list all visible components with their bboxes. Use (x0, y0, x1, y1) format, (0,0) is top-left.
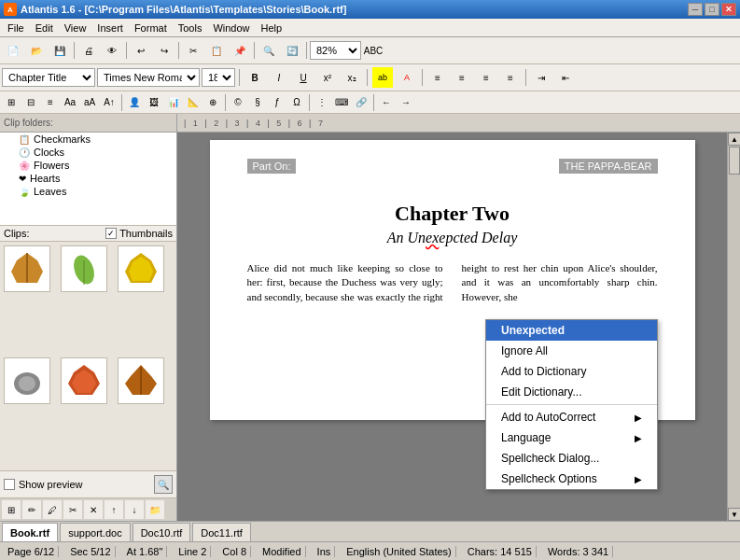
tb-btn-15[interactable]: Ω (287, 93, 306, 112)
thumbnails-checkbox[interactable]: ✓ (105, 228, 117, 239)
clip-item-5[interactable] (61, 357, 107, 404)
tb-btn-7[interactable]: 👤 (125, 93, 144, 112)
clip-item-6[interactable] (118, 357, 164, 404)
tab-support-doc[interactable]: support.doc (60, 523, 130, 541)
tab-book-rtf[interactable]: Book.rtf (2, 523, 58, 541)
new-button[interactable]: 📄 (3, 40, 23, 61)
outdent-button[interactable]: ⇤ (555, 67, 576, 88)
clip-item-1[interactable] (4, 245, 50, 292)
tree-item-flowers[interactable]: 🌸 Flowers (0, 159, 176, 172)
tree-item-leaves[interactable]: 🍃 Leaves (0, 185, 176, 198)
print-button[interactable]: 🖨 (78, 40, 99, 61)
tb-btn-17[interactable]: ⌨ (332, 93, 351, 112)
tb-btn-3[interactable]: ≡ (41, 93, 60, 112)
tb-btn-9[interactable]: 📊 (164, 93, 183, 112)
sb-btn-4[interactable]: ✂ (63, 500, 82, 519)
clip-item-2[interactable] (61, 245, 107, 292)
scroll-up-btn[interactable]: ▲ (728, 133, 740, 146)
menu-file[interactable]: File (2, 21, 30, 35)
align-center-button[interactable]: ≡ (452, 67, 472, 88)
thumbnails-checkbox-label[interactable]: ✓ Thumbnails (105, 228, 173, 239)
tb-btn-13[interactable]: § (248, 93, 267, 112)
ctx-item-add-to-dict[interactable]: Add to Dictionary (486, 361, 657, 382)
tree-item-hearts[interactable]: ❤ Hearts (0, 172, 176, 185)
tab-doc10[interactable]: Doc10.rtf (133, 523, 191, 541)
tb-btn-5[interactable]: aA (80, 93, 99, 112)
tb-btn-19[interactable]: ← (377, 93, 396, 112)
tb-btn-18[interactable]: 🔗 (352, 93, 370, 112)
tree-item-checkmarks[interactable]: 📋 Checkmarks (0, 133, 176, 146)
ctx-item-ignore-all[interactable]: Ignore All (486, 341, 657, 361)
scroll-down-btn[interactable]: ▼ (728, 508, 740, 521)
menu-insert[interactable]: Insert (91, 21, 129, 35)
sb-btn-8[interactable]: 📁 (146, 500, 164, 519)
copy-button[interactable]: 📋 (206, 40, 227, 61)
tb-btn-16[interactable]: ⋮ (313, 93, 331, 112)
tree-item-clocks[interactable]: 🕐 Clocks (0, 146, 176, 159)
tb-btn-14[interactable]: ƒ (268, 93, 286, 112)
minimize-button[interactable]: ─ (688, 3, 703, 16)
superscript-button[interactable]: x² (317, 67, 338, 88)
tab-doc11[interactable]: Doc11.rtf (192, 523, 251, 541)
paste-button[interactable]: 📌 (230, 40, 250, 61)
sb-btn-6[interactable]: ↑ (105, 500, 123, 519)
tb-btn-4[interactable]: Aa (61, 93, 79, 112)
menu-help[interactable]: Help (256, 21, 288, 35)
save-button[interactable]: 💾 (49, 40, 70, 61)
underline-button[interactable]: U (293, 67, 314, 88)
tb-btn-11[interactable]: ⊕ (203, 93, 222, 112)
ctx-item-unexpected[interactable]: Unexpected (486, 320, 657, 341)
ctx-item-spellcheck-options[interactable]: Spellcheck Options ▶ (486, 469, 657, 489)
zoom-combo[interactable]: 82% 100% (310, 41, 361, 60)
show-preview-checkbox[interactable] (4, 479, 15, 490)
tb-btn-6[interactable]: A↑ (100, 93, 119, 112)
size-combo[interactable]: 18 (202, 68, 235, 87)
menu-view[interactable]: View (59, 21, 92, 35)
menu-edit[interactable]: Edit (30, 21, 59, 35)
sb-btn-3[interactable]: 🖊 (43, 500, 62, 519)
tb-btn-2[interactable]: ⊟ (21, 93, 40, 112)
menu-format[interactable]: Format (129, 21, 173, 35)
maximize-button[interactable]: □ (705, 3, 719, 16)
preview-button[interactable]: 👁 (102, 40, 122, 61)
ctx-item-language[interactable]: Language ▶ (486, 427, 657, 448)
indent-button[interactable]: ⇥ (531, 67, 552, 88)
close-button[interactable]: ✕ (721, 3, 736, 16)
ctx-item-autocorrect[interactable]: Add to AutoCorrect ▶ (486, 407, 657, 427)
scroll-track[interactable] (728, 146, 740, 508)
replace-button[interactable]: 🔄 (282, 40, 302, 61)
ctx-item-edit-dict[interactable]: Edit Dictionary... (486, 382, 657, 402)
clip-item-3[interactable] (118, 245, 164, 292)
align-justify-button[interactable]: ≡ (500, 67, 521, 88)
clip-item-4[interactable] (4, 357, 50, 404)
sb-btn-1[interactable]: ⊞ (2, 500, 21, 519)
find-button[interactable]: 🔍 (258, 40, 279, 61)
tb-btn-1[interactable]: ⊞ (2, 93, 21, 112)
align-left-button[interactable]: ≡ (427, 67, 448, 88)
tb-btn-10[interactable]: 📐 (184, 93, 202, 112)
menu-tools[interactable]: Tools (173, 21, 208, 35)
sb-btn-2[interactable]: ✏ (22, 500, 41, 519)
tb-btn-12[interactable]: © (229, 93, 247, 112)
scroll-thumb[interactable] (729, 147, 740, 175)
sb-btn-5[interactable]: ✕ (84, 500, 103, 519)
preview-icon[interactable]: 🔍 (154, 475, 173, 494)
open-button[interactable]: 📂 (26, 40, 47, 61)
menu-window[interactable]: Window (207, 21, 255, 35)
tb-btn-8[interactable]: 🖼 (145, 93, 163, 112)
sb-btn-7[interactable]: ↓ (125, 500, 144, 519)
undo-button[interactable]: ↩ (131, 40, 151, 61)
highlight-button[interactable]: ab (372, 67, 393, 88)
bold-button[interactable]: B (244, 67, 265, 88)
ctx-item-spellcheck-dialog[interactable]: Spellcheck Dialog... (486, 448, 657, 469)
font-color-button[interactable]: A (397, 67, 417, 88)
doc-main[interactable]: Part On: THE PAPPA-BEAR Chapter Two An U… (177, 133, 727, 521)
spell-button[interactable]: ABC (363, 40, 384, 61)
font-combo[interactable]: Times New Roman (97, 68, 200, 87)
redo-button[interactable]: ↪ (154, 40, 175, 61)
subscript-button[interactable]: x₂ (342, 67, 362, 88)
italic-button[interactable]: I (269, 67, 289, 88)
tb-btn-20[interactable]: → (397, 93, 415, 112)
doc-vscrollbar[interactable]: ▲ ▼ (727, 133, 740, 521)
align-right-button[interactable]: ≡ (476, 67, 496, 88)
